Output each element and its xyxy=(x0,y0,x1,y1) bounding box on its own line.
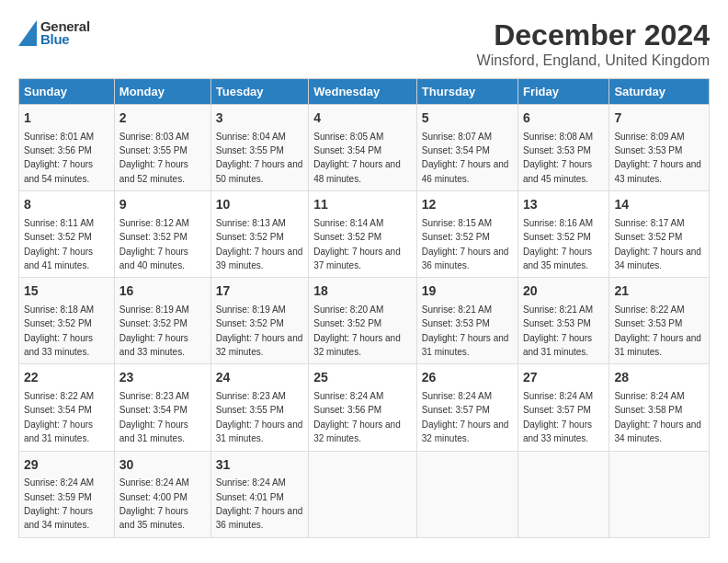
day-cell: 22Sunrise: 8:22 AMSunset: 3:54 PMDayligh… xyxy=(19,364,115,451)
day-cell: 20Sunrise: 8:21 AMSunset: 3:53 PMDayligh… xyxy=(518,278,609,364)
day-number: 28 xyxy=(614,369,704,387)
day-number: 25 xyxy=(313,369,412,387)
week-row-2: 8Sunrise: 8:11 AMSunset: 3:52 PMDaylight… xyxy=(19,191,710,278)
day-info: Sunrise: 8:11 AMSunset: 3:52 PMDaylight:… xyxy=(24,218,94,270)
day-info: Sunrise: 8:13 AMSunset: 3:52 PMDaylight:… xyxy=(216,218,303,270)
day-cell: 27Sunrise: 8:24 AMSunset: 3:57 PMDayligh… xyxy=(518,364,609,451)
day-cell: 11Sunrise: 8:14 AMSunset: 3:52 PMDayligh… xyxy=(309,191,417,278)
day-info: Sunrise: 8:22 AMSunset: 3:53 PMDaylight:… xyxy=(614,304,701,357)
day-cell: 17Sunrise: 8:19 AMSunset: 3:52 PMDayligh… xyxy=(210,278,308,364)
day-number: 16 xyxy=(119,282,206,301)
day-number: 31 xyxy=(216,456,303,475)
day-info: Sunrise: 8:05 AMSunset: 3:54 PMDaylight:… xyxy=(313,132,401,184)
day-info: Sunrise: 8:20 AMSunset: 3:52 PMDaylight:… xyxy=(313,304,401,357)
day-number: 23 xyxy=(119,369,206,387)
day-info: Sunrise: 8:14 AMSunset: 3:52 PMDaylight:… xyxy=(313,218,401,270)
day-cell: 5Sunrise: 8:07 AMSunset: 3:54 PMDaylight… xyxy=(416,105,518,191)
day-number: 12 xyxy=(422,196,513,214)
day-number: 13 xyxy=(523,196,604,214)
day-cell xyxy=(416,451,518,537)
day-number: 1 xyxy=(24,109,109,128)
day-cell: 13Sunrise: 8:16 AMSunset: 3:52 PMDayligh… xyxy=(518,191,609,278)
day-cell xyxy=(309,451,417,537)
day-cell: 15Sunrise: 8:18 AMSunset: 3:52 PMDayligh… xyxy=(19,278,115,364)
day-cell: 7Sunrise: 8:09 AMSunset: 3:53 PMDaylight… xyxy=(609,105,710,191)
day-info: Sunrise: 8:24 AMSunset: 3:57 PMDaylight:… xyxy=(523,391,593,443)
day-header-monday: Monday xyxy=(114,79,210,105)
day-info: Sunrise: 8:23 AMSunset: 3:54 PMDaylight:… xyxy=(119,391,189,443)
day-header-thursday: Thursday xyxy=(416,79,518,105)
day-info: Sunrise: 8:08 AMSunset: 3:53 PMDaylight:… xyxy=(523,132,593,184)
day-cell: 28Sunrise: 8:24 AMSunset: 3:58 PMDayligh… xyxy=(609,364,710,451)
day-cell: 21Sunrise: 8:22 AMSunset: 3:53 PMDayligh… xyxy=(609,278,710,364)
day-number: 11 xyxy=(313,196,412,214)
day-cell: 2Sunrise: 8:03 AMSunset: 3:55 PMDaylight… xyxy=(114,105,210,191)
day-number: 20 xyxy=(523,282,604,301)
day-info: Sunrise: 8:24 AMSunset: 3:58 PMDaylight:… xyxy=(614,391,701,443)
day-info: Sunrise: 8:19 AMSunset: 3:52 PMDaylight:… xyxy=(119,304,189,357)
day-cell: 18Sunrise: 8:20 AMSunset: 3:52 PMDayligh… xyxy=(309,278,417,364)
day-info: Sunrise: 8:16 AMSunset: 3:52 PMDaylight:… xyxy=(523,218,593,270)
day-info: Sunrise: 8:03 AMSunset: 3:55 PMDaylight:… xyxy=(119,132,189,184)
week-row-5: 29Sunrise: 8:24 AMSunset: 3:59 PMDayligh… xyxy=(19,451,710,537)
logo-triangle-icon xyxy=(18,20,37,46)
day-number: 24 xyxy=(216,369,303,387)
day-cell: 3Sunrise: 8:04 AMSunset: 3:55 PMDaylight… xyxy=(210,105,308,191)
day-cell: 25Sunrise: 8:24 AMSunset: 3:56 PMDayligh… xyxy=(309,364,417,451)
day-info: Sunrise: 8:24 AMSunset: 3:57 PMDaylight:… xyxy=(422,391,509,443)
logo: General Blue xyxy=(18,18,90,47)
day-number: 26 xyxy=(422,369,513,387)
week-row-3: 15Sunrise: 8:18 AMSunset: 3:52 PMDayligh… xyxy=(19,278,710,364)
day-info: Sunrise: 8:01 AMSunset: 3:56 PMDaylight:… xyxy=(24,132,94,184)
day-number: 10 xyxy=(216,196,303,214)
day-header-friday: Friday xyxy=(518,79,609,105)
day-number: 14 xyxy=(614,196,704,214)
day-number: 19 xyxy=(422,282,513,301)
day-cell: 10Sunrise: 8:13 AMSunset: 3:52 PMDayligh… xyxy=(210,191,308,278)
week-row-4: 22Sunrise: 8:22 AMSunset: 3:54 PMDayligh… xyxy=(19,364,710,451)
day-info: Sunrise: 8:15 AMSunset: 3:52 PMDaylight:… xyxy=(422,218,509,270)
day-info: Sunrise: 8:22 AMSunset: 3:54 PMDaylight:… xyxy=(24,391,94,443)
day-number: 3 xyxy=(216,109,303,128)
day-number: 4 xyxy=(313,109,412,128)
day-cell: 31Sunrise: 8:24 AMSunset: 4:01 PMDayligh… xyxy=(210,451,308,537)
day-header-saturday: Saturday xyxy=(609,79,710,105)
day-cell: 14Sunrise: 8:17 AMSunset: 3:52 PMDayligh… xyxy=(609,191,710,278)
day-number: 18 xyxy=(313,282,412,301)
day-info: Sunrise: 8:23 AMSunset: 3:55 PMDaylight:… xyxy=(216,391,303,443)
day-cell: 30Sunrise: 8:24 AMSunset: 4:00 PMDayligh… xyxy=(114,451,210,537)
day-header-sunday: Sunday xyxy=(19,79,115,105)
day-info: Sunrise: 8:07 AMSunset: 3:54 PMDaylight:… xyxy=(422,132,509,184)
day-header-wednesday: Wednesday xyxy=(309,79,417,105)
day-cell: 23Sunrise: 8:23 AMSunset: 3:54 PMDayligh… xyxy=(114,364,210,451)
day-cell: 12Sunrise: 8:15 AMSunset: 3:52 PMDayligh… xyxy=(416,191,518,278)
day-cell: 8Sunrise: 8:11 AMSunset: 3:52 PMDaylight… xyxy=(19,191,115,278)
logo-blue-text: Blue xyxy=(40,31,69,47)
day-number: 29 xyxy=(24,456,109,475)
day-info: Sunrise: 8:04 AMSunset: 3:55 PMDaylight:… xyxy=(216,132,303,184)
day-header-tuesday: Tuesday xyxy=(210,79,308,105)
day-number: 30 xyxy=(119,456,206,475)
day-cell: 19Sunrise: 8:21 AMSunset: 3:53 PMDayligh… xyxy=(416,278,518,364)
day-info: Sunrise: 8:24 AMSunset: 4:01 PMDaylight:… xyxy=(216,477,303,530)
calendar-table: SundayMondayTuesdayWednesdayThursdayFrid… xyxy=(18,78,710,538)
day-number: 7 xyxy=(614,109,704,128)
day-cell: 4Sunrise: 8:05 AMSunset: 3:54 PMDaylight… xyxy=(309,105,417,191)
day-number: 2 xyxy=(119,109,206,128)
day-number: 6 xyxy=(523,109,604,128)
header: General Blue December 2024 Winsford, Eng… xyxy=(18,18,710,69)
days-header-row: SundayMondayTuesdayWednesdayThursdayFrid… xyxy=(19,79,710,105)
day-info: Sunrise: 8:24 AMSunset: 4:00 PMDaylight:… xyxy=(119,477,189,530)
day-info: Sunrise: 8:21 AMSunset: 3:53 PMDaylight:… xyxy=(523,304,593,357)
day-number: 22 xyxy=(24,369,109,387)
day-cell: 1Sunrise: 8:01 AMSunset: 3:56 PMDaylight… xyxy=(19,105,115,191)
day-number: 5 xyxy=(422,109,513,128)
day-info: Sunrise: 8:21 AMSunset: 3:53 PMDaylight:… xyxy=(422,304,509,357)
day-info: Sunrise: 8:12 AMSunset: 3:52 PMDaylight:… xyxy=(119,218,189,270)
main-title: December 2024 xyxy=(477,18,710,52)
subtitle: Winsford, England, United Kingdom xyxy=(477,52,710,69)
day-number: 9 xyxy=(119,196,206,214)
day-cell: 24Sunrise: 8:23 AMSunset: 3:55 PMDayligh… xyxy=(210,364,308,451)
day-number: 17 xyxy=(216,282,303,301)
week-row-1: 1Sunrise: 8:01 AMSunset: 3:56 PMDaylight… xyxy=(19,105,710,191)
